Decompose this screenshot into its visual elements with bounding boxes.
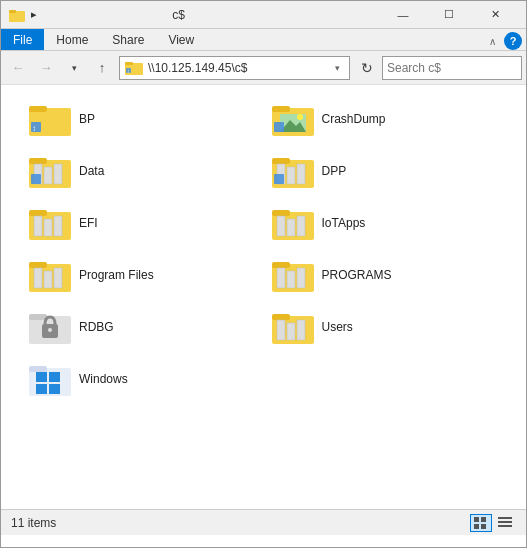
svg-rect-65 xyxy=(474,524,479,529)
svg-rect-11 xyxy=(272,106,290,112)
svg-rect-29 xyxy=(29,210,47,216)
refresh-button[interactable]: ↻ xyxy=(354,55,380,81)
folder-program-files[interactable]: Program Files xyxy=(21,251,264,299)
svg-rect-37 xyxy=(297,216,305,236)
folder-rdbg[interactable]: RDBG xyxy=(21,303,264,351)
folder-name-program-files: Program Files xyxy=(79,268,154,282)
folder-icon-program-files xyxy=(29,256,71,294)
folder-icon-windows xyxy=(29,360,71,398)
title-bar: ▸ c$ — ☐ ✕ xyxy=(1,1,526,29)
folder-name-users: Users xyxy=(322,320,353,334)
folder-users[interactable]: Users xyxy=(264,303,507,351)
nav-dropdown-button[interactable]: ▾ xyxy=(61,55,87,81)
svg-rect-63 xyxy=(474,517,479,522)
grid-spacer xyxy=(264,355,507,403)
folder-crashdump[interactable]: CrashDump xyxy=(264,95,507,143)
folder-icon-data xyxy=(29,152,71,190)
up-button[interactable]: ↑ xyxy=(89,55,115,81)
svg-rect-61 xyxy=(36,384,47,394)
folder-name-windows: Windows xyxy=(79,372,128,386)
forward-button[interactable]: → xyxy=(33,55,59,81)
grid-view-button[interactable] xyxy=(470,514,492,532)
folder-icon-crashdump xyxy=(272,100,314,138)
window-title: c$ xyxy=(0,8,380,22)
maximize-button[interactable]: ☐ xyxy=(426,1,472,29)
svg-rect-26 xyxy=(297,164,305,184)
folder-programs[interactable]: PROGRAMS xyxy=(264,251,507,299)
svg-point-51 xyxy=(48,328,52,332)
svg-rect-45 xyxy=(277,268,285,288)
tab-file[interactable]: File xyxy=(1,29,44,50)
svg-rect-20 xyxy=(54,164,62,184)
tab-home[interactable]: Home xyxy=(44,29,100,50)
folder-name-data: Data xyxy=(79,164,104,178)
ribbon-chevron[interactable]: ∧ xyxy=(485,34,500,49)
svg-rect-23 xyxy=(272,158,290,164)
svg-rect-62 xyxy=(49,384,60,394)
svg-rect-53 xyxy=(272,314,290,320)
folder-name-iotapps: IoTApps xyxy=(322,216,366,230)
svg-rect-39 xyxy=(29,262,47,268)
svg-rect-69 xyxy=(498,525,512,527)
svg-rect-30 xyxy=(34,216,42,236)
folder-iotapps[interactable]: IoTApps xyxy=(264,199,507,247)
ribbon-right-controls: ∧ ? xyxy=(485,32,526,50)
tab-view[interactable]: View xyxy=(156,29,206,50)
svg-rect-47 xyxy=(297,268,305,288)
folder-name-rdbg: RDBG xyxy=(79,320,114,334)
svg-rect-46 xyxy=(287,271,295,288)
svg-rect-34 xyxy=(272,210,290,216)
list-view-button[interactable] xyxy=(494,514,516,532)
search-input[interactable] xyxy=(387,61,527,75)
svg-rect-36 xyxy=(287,219,295,236)
folder-bp[interactable]: ↕ BP xyxy=(21,95,264,143)
svg-rect-42 xyxy=(54,268,62,288)
folder-icon-iotapps xyxy=(272,204,314,242)
folder-efi[interactable]: EFI xyxy=(21,199,264,247)
folder-data[interactable]: Data xyxy=(21,147,264,195)
address-bar[interactable]: ↕ \\10.125.149.45\c$ ▾ xyxy=(119,56,350,80)
folder-name-programs: PROGRAMS xyxy=(322,268,392,282)
address-folder-icon: ↕ xyxy=(124,58,144,78)
status-bar: 11 items xyxy=(1,509,526,535)
svg-rect-44 xyxy=(272,262,290,268)
help-button[interactable]: ? xyxy=(504,32,522,50)
svg-rect-19 xyxy=(44,167,52,184)
svg-rect-54 xyxy=(277,320,285,340)
folder-name-efi: EFI xyxy=(79,216,98,230)
svg-rect-25 xyxy=(287,167,295,184)
view-mode-buttons xyxy=(470,514,516,532)
folder-dpp[interactable]: DPP xyxy=(264,147,507,195)
search-box[interactable]: 🔍 xyxy=(382,56,522,80)
main-content-area: ↕ BP CrashDump xyxy=(1,85,526,509)
svg-rect-35 xyxy=(277,216,285,236)
address-dropdown-button[interactable]: ▾ xyxy=(329,57,345,79)
svg-rect-31 xyxy=(44,219,52,236)
svg-rect-66 xyxy=(481,524,486,529)
folder-icon-rdbg xyxy=(29,308,71,346)
svg-rect-27 xyxy=(274,174,284,184)
svg-rect-55 xyxy=(287,323,295,340)
folder-icon-users xyxy=(272,308,314,346)
svg-rect-15 xyxy=(274,122,284,132)
folder-icon-programs xyxy=(272,256,314,294)
svg-rect-64 xyxy=(481,517,486,522)
back-button[interactable]: ← xyxy=(5,55,31,81)
folder-name-dpp: DPP xyxy=(322,164,347,178)
address-text: \\10.125.149.45\c$ xyxy=(148,61,329,75)
window-controls: — ☐ ✕ xyxy=(380,1,518,29)
svg-rect-32 xyxy=(54,216,62,236)
tab-share[interactable]: Share xyxy=(100,29,156,50)
svg-rect-59 xyxy=(36,372,47,382)
folder-icon-bp: ↕ xyxy=(29,100,71,138)
svg-rect-41 xyxy=(44,271,52,288)
svg-rect-21 xyxy=(31,174,41,184)
svg-rect-67 xyxy=(498,517,512,519)
items-count: 11 items xyxy=(11,516,56,530)
minimize-button[interactable]: — xyxy=(380,1,426,29)
folder-windows[interactable]: Windows xyxy=(21,355,264,403)
svg-text:↕: ↕ xyxy=(127,68,130,74)
folder-name-crashdump: CrashDump xyxy=(322,112,386,126)
close-button[interactable]: ✕ xyxy=(472,1,518,29)
svg-rect-58 xyxy=(29,366,47,372)
